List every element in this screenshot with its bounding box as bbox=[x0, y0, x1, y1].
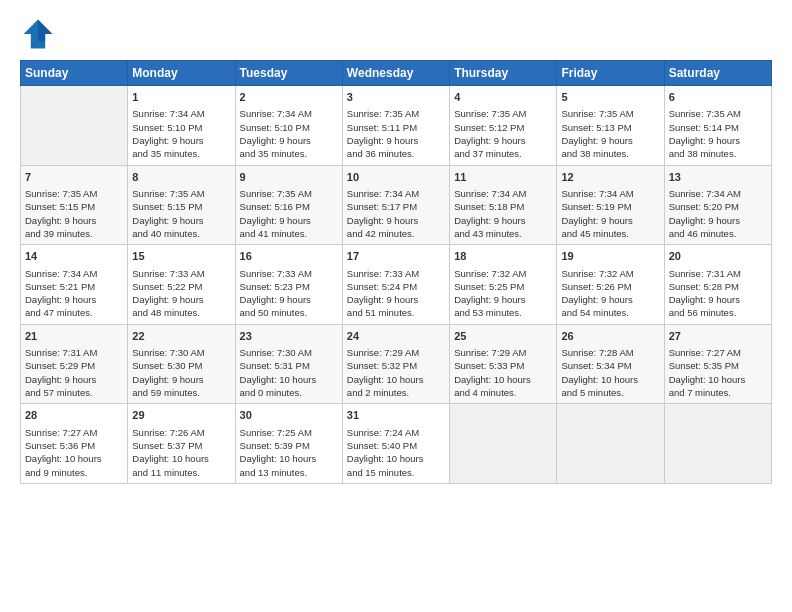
day-number: 10 bbox=[347, 170, 445, 185]
cell-content: Sunrise: 7:34 AMSunset: 5:18 PMDaylight:… bbox=[454, 187, 552, 240]
day-number: 13 bbox=[669, 170, 767, 185]
week-row-1: 7Sunrise: 7:35 AMSunset: 5:15 PMDaylight… bbox=[21, 165, 772, 245]
cell-content: Sunrise: 7:34 AMSunset: 5:21 PMDaylight:… bbox=[25, 267, 123, 320]
calendar-cell: 7Sunrise: 7:35 AMSunset: 5:15 PMDaylight… bbox=[21, 165, 128, 245]
day-number: 2 bbox=[240, 90, 338, 105]
calendar-cell: 24Sunrise: 7:29 AMSunset: 5:32 PMDayligh… bbox=[342, 324, 449, 404]
header-cell-saturday: Saturday bbox=[664, 61, 771, 86]
day-number: 14 bbox=[25, 249, 123, 264]
calendar-cell: 10Sunrise: 7:34 AMSunset: 5:17 PMDayligh… bbox=[342, 165, 449, 245]
cell-content: Sunrise: 7:34 AMSunset: 5:20 PMDaylight:… bbox=[669, 187, 767, 240]
calendar-cell: 25Sunrise: 7:29 AMSunset: 5:33 PMDayligh… bbox=[450, 324, 557, 404]
calendar-cell: 11Sunrise: 7:34 AMSunset: 5:18 PMDayligh… bbox=[450, 165, 557, 245]
day-number: 9 bbox=[240, 170, 338, 185]
calendar-cell: 1Sunrise: 7:34 AMSunset: 5:10 PMDaylight… bbox=[128, 86, 235, 166]
day-number: 3 bbox=[347, 90, 445, 105]
cell-content: Sunrise: 7:34 AMSunset: 5:19 PMDaylight:… bbox=[561, 187, 659, 240]
cell-content: Sunrise: 7:35 AMSunset: 5:13 PMDaylight:… bbox=[561, 107, 659, 160]
calendar-cell: 18Sunrise: 7:32 AMSunset: 5:25 PMDayligh… bbox=[450, 245, 557, 325]
week-row-2: 14Sunrise: 7:34 AMSunset: 5:21 PMDayligh… bbox=[21, 245, 772, 325]
calendar-cell: 8Sunrise: 7:35 AMSunset: 5:15 PMDaylight… bbox=[128, 165, 235, 245]
day-number: 18 bbox=[454, 249, 552, 264]
day-number: 4 bbox=[454, 90, 552, 105]
day-number: 5 bbox=[561, 90, 659, 105]
calendar-cell: 20Sunrise: 7:31 AMSunset: 5:28 PMDayligh… bbox=[664, 245, 771, 325]
day-number: 15 bbox=[132, 249, 230, 264]
cell-content: Sunrise: 7:34 AMSunset: 5:10 PMDaylight:… bbox=[240, 107, 338, 160]
calendar-cell bbox=[21, 86, 128, 166]
calendar-cell: 26Sunrise: 7:28 AMSunset: 5:34 PMDayligh… bbox=[557, 324, 664, 404]
header-cell-tuesday: Tuesday bbox=[235, 61, 342, 86]
calendar-cell: 21Sunrise: 7:31 AMSunset: 5:29 PMDayligh… bbox=[21, 324, 128, 404]
cell-content: Sunrise: 7:35 AMSunset: 5:15 PMDaylight:… bbox=[132, 187, 230, 240]
header-cell-monday: Monday bbox=[128, 61, 235, 86]
cell-content: Sunrise: 7:29 AMSunset: 5:33 PMDaylight:… bbox=[454, 346, 552, 399]
day-number: 21 bbox=[25, 329, 123, 344]
cell-content: Sunrise: 7:24 AMSunset: 5:40 PMDaylight:… bbox=[347, 426, 445, 479]
day-number: 22 bbox=[132, 329, 230, 344]
day-number: 28 bbox=[25, 408, 123, 423]
day-number: 24 bbox=[347, 329, 445, 344]
cell-content: Sunrise: 7:33 AMSunset: 5:22 PMDaylight:… bbox=[132, 267, 230, 320]
calendar-cell: 22Sunrise: 7:30 AMSunset: 5:30 PMDayligh… bbox=[128, 324, 235, 404]
day-number: 19 bbox=[561, 249, 659, 264]
calendar-cell: 30Sunrise: 7:25 AMSunset: 5:39 PMDayligh… bbox=[235, 404, 342, 484]
day-number: 12 bbox=[561, 170, 659, 185]
day-number: 6 bbox=[669, 90, 767, 105]
cell-content: Sunrise: 7:32 AMSunset: 5:25 PMDaylight:… bbox=[454, 267, 552, 320]
calendar-cell: 16Sunrise: 7:33 AMSunset: 5:23 PMDayligh… bbox=[235, 245, 342, 325]
cell-content: Sunrise: 7:31 AMSunset: 5:29 PMDaylight:… bbox=[25, 346, 123, 399]
header-row: SundayMondayTuesdayWednesdayThursdayFrid… bbox=[21, 61, 772, 86]
cell-content: Sunrise: 7:32 AMSunset: 5:26 PMDaylight:… bbox=[561, 267, 659, 320]
week-row-0: 1Sunrise: 7:34 AMSunset: 5:10 PMDaylight… bbox=[21, 86, 772, 166]
day-number: 1 bbox=[132, 90, 230, 105]
header-cell-thursday: Thursday bbox=[450, 61, 557, 86]
calendar-cell bbox=[664, 404, 771, 484]
calendar-cell: 9Sunrise: 7:35 AMSunset: 5:16 PMDaylight… bbox=[235, 165, 342, 245]
cell-content: Sunrise: 7:35 AMSunset: 5:11 PMDaylight:… bbox=[347, 107, 445, 160]
calendar-cell bbox=[450, 404, 557, 484]
cell-content: Sunrise: 7:33 AMSunset: 5:23 PMDaylight:… bbox=[240, 267, 338, 320]
cell-content: Sunrise: 7:34 AMSunset: 5:17 PMDaylight:… bbox=[347, 187, 445, 240]
cell-content: Sunrise: 7:33 AMSunset: 5:24 PMDaylight:… bbox=[347, 267, 445, 320]
cell-content: Sunrise: 7:27 AMSunset: 5:35 PMDaylight:… bbox=[669, 346, 767, 399]
cell-content: Sunrise: 7:29 AMSunset: 5:32 PMDaylight:… bbox=[347, 346, 445, 399]
logo-icon bbox=[20, 16, 56, 52]
day-number: 16 bbox=[240, 249, 338, 264]
day-number: 20 bbox=[669, 249, 767, 264]
cell-content: Sunrise: 7:30 AMSunset: 5:31 PMDaylight:… bbox=[240, 346, 338, 399]
cell-content: Sunrise: 7:28 AMSunset: 5:34 PMDaylight:… bbox=[561, 346, 659, 399]
calendar-cell: 28Sunrise: 7:27 AMSunset: 5:36 PMDayligh… bbox=[21, 404, 128, 484]
cell-content: Sunrise: 7:35 AMSunset: 5:14 PMDaylight:… bbox=[669, 107, 767, 160]
header bbox=[20, 16, 772, 52]
calendar-cell: 31Sunrise: 7:24 AMSunset: 5:40 PMDayligh… bbox=[342, 404, 449, 484]
calendar-cell: 6Sunrise: 7:35 AMSunset: 5:14 PMDaylight… bbox=[664, 86, 771, 166]
header-cell-sunday: Sunday bbox=[21, 61, 128, 86]
cell-content: Sunrise: 7:35 AMSunset: 5:15 PMDaylight:… bbox=[25, 187, 123, 240]
week-row-4: 28Sunrise: 7:27 AMSunset: 5:36 PMDayligh… bbox=[21, 404, 772, 484]
cell-content: Sunrise: 7:31 AMSunset: 5:28 PMDaylight:… bbox=[669, 267, 767, 320]
day-number: 26 bbox=[561, 329, 659, 344]
day-number: 29 bbox=[132, 408, 230, 423]
cell-content: Sunrise: 7:34 AMSunset: 5:10 PMDaylight:… bbox=[132, 107, 230, 160]
header-cell-wednesday: Wednesday bbox=[342, 61, 449, 86]
logo bbox=[20, 16, 60, 52]
calendar-cell: 29Sunrise: 7:26 AMSunset: 5:37 PMDayligh… bbox=[128, 404, 235, 484]
calendar-cell: 12Sunrise: 7:34 AMSunset: 5:19 PMDayligh… bbox=[557, 165, 664, 245]
day-number: 27 bbox=[669, 329, 767, 344]
header-cell-friday: Friday bbox=[557, 61, 664, 86]
day-number: 11 bbox=[454, 170, 552, 185]
calendar-cell bbox=[557, 404, 664, 484]
day-number: 31 bbox=[347, 408, 445, 423]
day-number: 17 bbox=[347, 249, 445, 264]
cell-content: Sunrise: 7:25 AMSunset: 5:39 PMDaylight:… bbox=[240, 426, 338, 479]
svg-marker-1 bbox=[38, 20, 52, 42]
page: SundayMondayTuesdayWednesdayThursdayFrid… bbox=[0, 0, 792, 612]
cell-content: Sunrise: 7:27 AMSunset: 5:36 PMDaylight:… bbox=[25, 426, 123, 479]
day-number: 23 bbox=[240, 329, 338, 344]
cell-content: Sunrise: 7:35 AMSunset: 5:16 PMDaylight:… bbox=[240, 187, 338, 240]
day-number: 7 bbox=[25, 170, 123, 185]
calendar-cell: 17Sunrise: 7:33 AMSunset: 5:24 PMDayligh… bbox=[342, 245, 449, 325]
day-number: 25 bbox=[454, 329, 552, 344]
calendar-cell: 27Sunrise: 7:27 AMSunset: 5:35 PMDayligh… bbox=[664, 324, 771, 404]
